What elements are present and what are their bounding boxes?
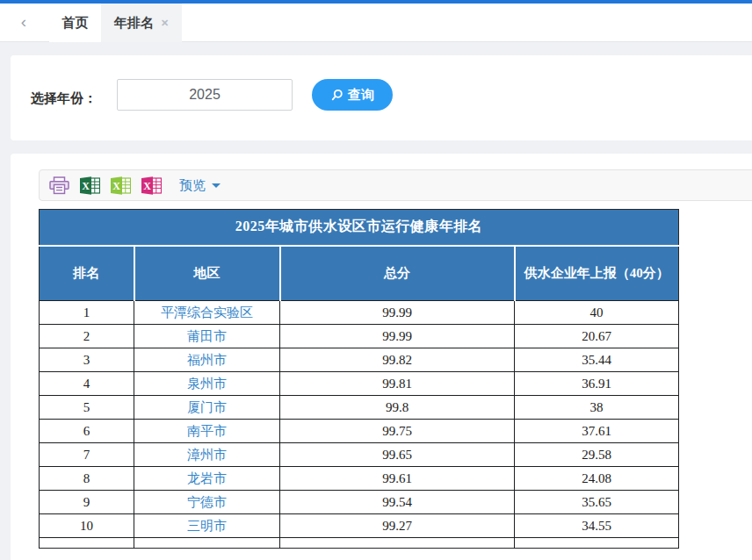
score-cell: 99.81 [280,372,515,396]
region-link[interactable]: 泉州市 [134,372,280,396]
score-cell: 99.54 [280,491,515,514]
table-row: 1 平潭综合实验区 99.99 40 [40,301,679,325]
region-link[interactable]: 平潭综合实验区 [134,301,280,325]
tab-home[interactable]: 首页 [49,4,101,42]
report-cell: 35.44 [515,348,679,372]
score-cell: 99.75 [280,420,515,443]
chevron-down-icon [212,183,221,192]
print-button[interactable] [48,176,69,195]
svg-text:X: X [143,179,151,191]
svg-text:X: X [82,179,90,191]
year-select-label: 选择年份： [31,90,97,106]
column-header-region: 地区 [134,246,280,301]
score-cell: 99.8 [280,396,515,420]
excel-export-green-icon: X [80,176,100,195]
table-body: 1 平潭综合实验区 99.99 40 2 莆田市 99.99 20.67 3 [40,301,679,538]
report-cell [515,538,679,549]
rank-cell: 6 [40,420,134,443]
search-icon [330,89,343,102]
rank-cell: 2 [40,325,134,348]
report-cell: 40 [515,301,679,325]
partial-row-container [40,538,679,549]
score-cell: 99.99 [280,325,515,348]
ranking-table: 2025年城市供水设区市运行健康年排名 排名 地区 总分 供水企业年上报（40分… [39,209,679,549]
score-cell: 99.27 [280,514,515,538]
region-link[interactable]: 福州市 [134,348,280,372]
app-window: ‹ 首页 年排名 ✕ 选择年份： 查询 [0,0,752,560]
tab-home-label: 首页 [62,15,89,32]
preview-dropdown-label: 预览 [179,177,206,194]
search-button-label: 查询 [348,87,374,104]
print-icon [49,176,69,195]
score-cell: 99.82 [280,348,515,372]
region-link[interactable]: 厦门市 [134,396,280,420]
report-cell: 35.65 [515,491,679,514]
report-cell: 34.55 [515,514,679,538]
region-link[interactable]: 龙岩市 [134,467,280,491]
table-row: 3 福州市 99.82 35.44 [40,348,679,372]
year-input[interactable] [117,79,293,111]
rank-cell: 8 [40,467,134,491]
tab-year-ranking-label: 年排名 [114,15,154,32]
svg-text:X: X [112,179,120,191]
column-header-report: 供水企业年上报（40分） [515,246,679,301]
table-row: 8 龙岩市 99.61 24.08 [40,467,679,491]
score-cell [280,538,515,549]
region-link[interactable]: 莆田市 [134,325,280,348]
rank-cell: 5 [40,396,134,420]
rank-cell: 3 [40,348,134,372]
region-link[interactable]: 三明市 [134,514,280,538]
table-row: 4 泉州市 99.81 36.91 [40,372,679,396]
column-header-rank: 排名 [40,246,134,301]
score-cell: 99.99 [280,301,515,325]
table-row-partial [40,538,679,549]
tab-close-icon[interactable]: ✕ [161,18,169,28]
region-link[interactable]: 宁德市 [134,491,280,514]
rank-cell: 10 [40,514,134,538]
region-link[interactable]: 南平市 [134,420,280,443]
report-cell: 24.08 [515,467,679,491]
report-cell: 36.91 [515,372,679,396]
rank-cell [40,538,134,549]
rank-cell: 4 [40,372,134,396]
report-cell: 38 [515,396,679,420]
report-cell: 37.61 [515,420,679,443]
tab-year-ranking[interactable]: 年排名 ✕ [101,4,182,42]
table-row: 10 三明市 99.27 34.55 [40,514,679,538]
score-cell: 99.61 [280,467,515,491]
tabs-back-chevron-icon[interactable]: ‹ [12,4,35,42]
export-toolbar: X X X 预览 [39,169,752,201]
table-row: 5 厦门市 99.8 38 [40,396,679,420]
report-cell: 20.67 [515,325,679,348]
search-button[interactable]: 查询 [312,79,393,111]
excel-export-pink-button[interactable]: X [141,176,162,195]
excel-export-lime-button[interactable]: X [110,176,131,195]
column-header-score: 总分 [280,246,515,301]
table-row: 7 漳州市 99.65 29.58 [40,443,679,467]
table-row: 9 宁德市 99.54 35.65 [40,491,679,514]
region-link[interactable]: 漳州市 [134,443,280,467]
excel-export-lime-icon: X [111,176,131,195]
rank-cell: 7 [40,443,134,467]
preview-dropdown[interactable]: 预览 [179,177,221,194]
rank-cell: 1 [40,301,134,325]
filter-panel: 选择年份： 查询 [11,55,752,140]
table-row: 6 南平市 99.75 37.61 [40,420,679,443]
table-title: 2025年城市供水设区市运行健康年排名 [40,210,679,246]
table-row: 2 莆田市 99.99 20.67 [40,325,679,348]
excel-export-green-button[interactable]: X [79,176,100,195]
rank-cell: 9 [40,491,134,514]
excel-export-pink-icon: X [141,176,162,195]
content-panel: X X X 预览 [11,154,752,560]
report-cell: 29.58 [515,443,679,467]
score-cell: 99.65 [280,443,515,467]
region-cell [134,538,280,549]
tab-bar: ‹ 首页 年排名 ✕ [0,4,752,42]
